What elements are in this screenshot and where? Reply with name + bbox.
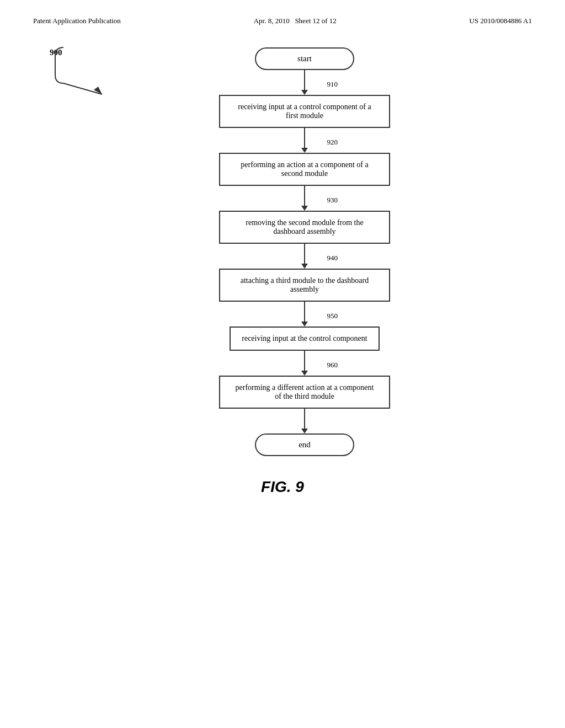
connector-960-end <box>301 409 308 433</box>
connector-920-930: 930 <box>301 186 308 211</box>
step-910: receiving input at a control component o… <box>219 95 390 128</box>
step-910-box: receiving input at a control component o… <box>219 95 390 128</box>
header-left: Patent Application Publication <box>33 17 121 25</box>
step-950-box: receiving input at the control component <box>230 326 379 351</box>
connector-930-940: 940 <box>301 244 308 269</box>
step-label-930: 930 <box>327 196 338 205</box>
step-920-box: performing an action at a component of a… <box>219 153 390 186</box>
header-right: US 2010/0084886 A1 <box>470 17 532 25</box>
connector-950-960: 960 <box>301 351 308 376</box>
step-label-920: 920 <box>327 138 338 147</box>
flowchart: start 910 receiving input at a control c… <box>77 47 532 456</box>
step-label-950: 950 <box>327 312 338 320</box>
end-box: end <box>255 433 354 456</box>
step-920: performing an action at a component of a… <box>219 153 390 186</box>
start-box: start <box>255 47 354 70</box>
connector-start-910: 910 <box>301 70 308 95</box>
figure-caption: FIG. 9 <box>33 478 532 496</box>
step-950: receiving input at the control component <box>230 326 379 351</box>
step-930: removing the second module from the dash… <box>219 211 390 244</box>
header-center: Apr. 8, 2010 Sheet 12 of 12 <box>254 17 337 25</box>
step-960-box: performing a different action at a compo… <box>219 376 390 409</box>
header: Patent Application Publication Apr. 8, 2… <box>33 17 532 25</box>
connector-910-920: 920 <box>301 128 308 153</box>
connector-940-950: 950 <box>301 302 308 326</box>
start-node: start <box>255 47 354 70</box>
ref-number-900: 900 <box>50 47 62 57</box>
step-940: attaching a third module to the dashboar… <box>219 269 390 302</box>
step-930-box: removing the second module from the dash… <box>219 211 390 244</box>
step-960: performing a different action at a compo… <box>219 376 390 409</box>
page: Patent Application Publication Apr. 8, 2… <box>0 0 565 728</box>
step-label-940: 940 <box>327 254 338 263</box>
end-node: end <box>255 433 354 456</box>
step-940-box: attaching a third module to the dashboar… <box>219 269 390 302</box>
step-label-910: 910 <box>327 80 338 89</box>
step-label-960: 960 <box>327 361 338 370</box>
